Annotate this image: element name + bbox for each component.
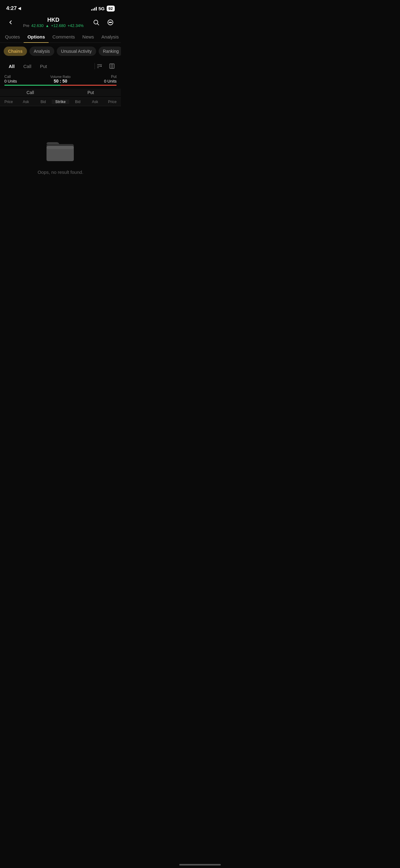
filter-all[interactable]: All — [4, 62, 19, 70]
th-call-price: Price — [0, 100, 18, 104]
svg-point-12 — [100, 65, 102, 67]
status-right: 5G 92 — [91, 6, 115, 11]
svg-point-5 — [111, 22, 112, 23]
columns-icon[interactable] — [107, 61, 116, 71]
call-header: Call — [0, 89, 61, 96]
put-side: Put 0 Units — [104, 74, 116, 84]
tab-quotes[interactable]: Quotes — [1, 31, 24, 42]
volume-bar — [4, 85, 116, 86]
th-put-price: Price — [104, 100, 121, 104]
5g-label: 5G — [99, 6, 105, 11]
location-icon: ◀ — [18, 6, 21, 10]
filter-options-icon[interactable] — [95, 61, 104, 71]
empty-message: Oops, no result found. — [37, 169, 84, 175]
price-change: +12.680 — [51, 23, 65, 28]
filter-icons — [95, 61, 116, 71]
filter-row: All Call Put — [0, 60, 121, 73]
th-call-bid: Bid — [34, 100, 52, 104]
ticker-symbol: HKD — [16, 17, 91, 23]
search-button[interactable] — [91, 17, 102, 28]
svg-point-4 — [110, 22, 111, 23]
ratio-value: 50 : 50 — [17, 79, 104, 84]
tab-analysis[interactable]: Analysis — [98, 31, 121, 42]
more-button[interactable] — [105, 17, 116, 28]
svg-point-0 — [94, 20, 98, 24]
status-bar: 4:27 ◀ 5G 92 — [0, 0, 121, 15]
pre-label: Pre — [23, 23, 29, 28]
svg-line-1 — [97, 24, 99, 25]
sub-tab-chains[interactable]: Chains — [4, 46, 27, 56]
svg-point-3 — [109, 22, 110, 23]
tab-options[interactable]: Options — [24, 31, 49, 42]
call-label: Call — [4, 74, 17, 79]
tab-comments[interactable]: Comments — [49, 31, 79, 42]
svg-rect-13 — [110, 64, 114, 69]
header: HKD Pre 42.630 ▲ +12.680 +42.34% — [0, 15, 121, 31]
put-header: Put — [61, 89, 121, 96]
put-label: Put — [104, 74, 116, 79]
price-row: Pre 42.630 ▲ +12.680 +42.34% — [16, 23, 91, 28]
th-put-bid: Bid — [69, 100, 87, 104]
put-units: 0 Units — [104, 79, 116, 84]
signal-bars — [91, 6, 97, 10]
volume-ratio: Call 0 Units Volume Ratio 50 : 50 Put 0 … — [0, 73, 121, 86]
filter-call[interactable]: Call — [19, 62, 36, 70]
ratio-center: Volume Ratio 50 : 50 — [17, 75, 104, 84]
status-time: 4:27 ◀ — [6, 5, 21, 11]
battery-indicator: 92 — [107, 6, 115, 11]
price-change-pct: +42.34% — [68, 23, 84, 28]
svg-rect-18 — [46, 146, 74, 149]
ratio-title: Volume Ratio — [17, 75, 104, 79]
header-actions — [91, 17, 116, 28]
filter-put[interactable]: Put — [36, 62, 52, 70]
tab-nav: Quotes Options Comments News Analysis — [0, 31, 121, 43]
th-call-ask: Ask — [18, 100, 35, 104]
sub-tab-ranking[interactable]: Ranking — [99, 46, 121, 56]
header-center: HKD Pre 42.630 ▲ +12.680 +42.34% — [16, 17, 91, 28]
price-value: 42.630 — [31, 23, 44, 28]
sub-tab-analysis[interactable]: Analysis — [29, 46, 54, 56]
th-put-ask: Ask — [87, 100, 104, 104]
put-bar — [61, 85, 116, 86]
back-button[interactable] — [5, 17, 16, 28]
call-bar — [4, 85, 61, 86]
tab-news[interactable]: News — [79, 31, 98, 42]
empty-folder-icon — [45, 137, 76, 163]
sub-tabs: Chains Analysis Unusual Activity Ranking… — [0, 43, 121, 60]
table-header: Price Ask Bid Strike Bid Ask Price — [0, 98, 121, 106]
sub-tab-unusual-activity[interactable]: Unusual Activity — [57, 46, 96, 56]
th-strike: Strike — [52, 100, 69, 104]
price-arrow: ▲ — [45, 24, 49, 28]
volume-labels: Call 0 Units Volume Ratio 50 : 50 Put 0 … — [4, 74, 116, 84]
call-units: 0 Units — [4, 79, 17, 84]
empty-state: Oops, no result found. — [0, 106, 121, 193]
call-put-headers: Call Put — [0, 86, 121, 98]
call-side: Call 0 Units — [4, 74, 17, 84]
